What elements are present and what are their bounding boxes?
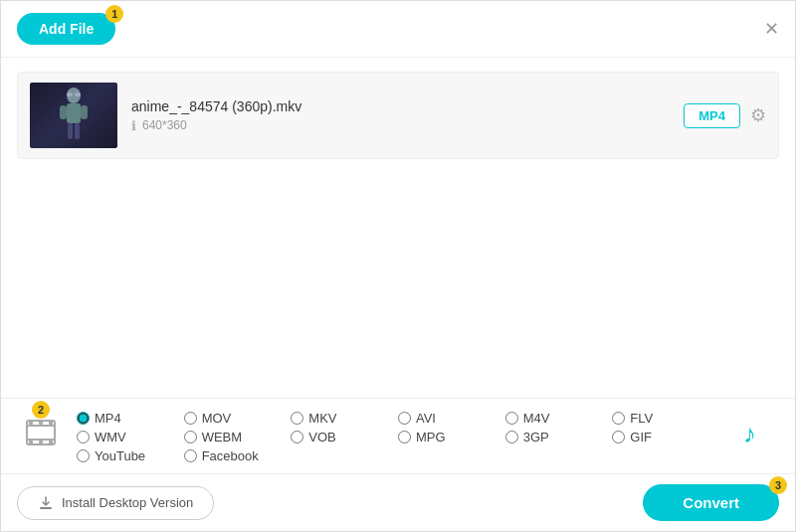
close-icon: ✕ xyxy=(764,19,779,39)
file-name: anime_-_84574 (360p).mkv xyxy=(131,98,684,114)
svg-point-7 xyxy=(75,92,81,96)
close-button[interactable]: ✕ xyxy=(764,20,779,38)
radio-item-gif[interactable]: GIF xyxy=(612,430,719,444)
format-badge-button[interactable]: MP4 xyxy=(684,103,740,128)
format-radio-grid: MP4MOVMKVAVIM4VFLVWMVWEBMVOBMPG3GPGIFYou… xyxy=(77,409,719,463)
radio-label-webm: WEBM xyxy=(202,430,242,444)
file-list: anime_-_84574 (360p).mkv ℹ 640*360 MP4 ⚙ xyxy=(1,58,795,173)
badge-1: 1 xyxy=(105,5,123,23)
file-actions: MP4 ⚙ xyxy=(684,103,766,128)
svg-rect-2 xyxy=(60,105,67,119)
radio-avi[interactable] xyxy=(398,412,411,425)
radio-mpg[interactable] xyxy=(398,431,411,443)
radio-webm[interactable] xyxy=(184,431,197,443)
radio-label-mkv: MKV xyxy=(308,411,336,426)
download-icon xyxy=(38,495,54,511)
radio-label-3gp: 3GP xyxy=(523,430,549,444)
svg-rect-5 xyxy=(75,123,80,139)
radio-label-mpg: MPG xyxy=(416,430,446,444)
radio-gif[interactable] xyxy=(612,431,625,443)
file-resolution: 640*360 xyxy=(142,118,187,132)
format-selector: 2 MP4MOVMKVAVIM4VFLVWMVWEBMVOBMPG3GPGIFY… xyxy=(1,399,795,474)
radio-item-mpg[interactable]: MPG xyxy=(398,430,505,444)
radio-item-wmv[interactable]: WMV xyxy=(77,430,184,444)
radio-item-youtube[interactable]: YouTube xyxy=(77,448,184,463)
radio-label-facebook: Facebook xyxy=(202,448,259,463)
svg-rect-12 xyxy=(39,421,43,425)
radio-item-mkv[interactable]: MKV xyxy=(291,411,398,426)
convert-label: Convert xyxy=(683,494,739,511)
radio-item-flv[interactable]: FLV xyxy=(612,411,719,426)
file-meta: ℹ 640*360 xyxy=(131,118,684,133)
top-bar: Add File 1 ✕ xyxy=(1,1,795,58)
svg-rect-16 xyxy=(49,441,53,444)
radio-label-flv: FLV xyxy=(630,411,653,426)
video-format-icon-button[interactable]: 2 xyxy=(17,409,65,456)
radio-3gp[interactable] xyxy=(505,431,518,443)
music-icon: ♪ xyxy=(739,417,771,448)
action-bar: Install Desktop Version Convert 3 xyxy=(1,474,795,531)
svg-rect-15 xyxy=(39,441,43,444)
radio-m4v[interactable] xyxy=(505,412,518,425)
radio-item-mov[interactable]: MOV xyxy=(184,411,292,426)
file-thumbnail xyxy=(30,83,117,148)
convert-button[interactable]: Convert 3 xyxy=(643,484,779,521)
install-label: Install Desktop Version xyxy=(62,495,193,510)
radio-mkv[interactable] xyxy=(291,412,303,425)
radio-label-mov: MOV xyxy=(202,411,232,426)
radio-youtube[interactable] xyxy=(77,449,90,462)
file-info: anime_-_84574 (360p).mkv ℹ 640*360 xyxy=(131,98,684,133)
radio-item-avi[interactable]: AVI xyxy=(398,411,505,426)
svg-rect-13 xyxy=(49,421,53,425)
svg-rect-1 xyxy=(67,103,81,123)
film-icon xyxy=(23,415,59,450)
install-desktop-button[interactable]: Install Desktop Version xyxy=(17,486,214,520)
radio-item-mp4[interactable]: MP4 xyxy=(77,411,184,426)
radio-label-vob: VOB xyxy=(308,430,335,444)
thumbnail-figure xyxy=(54,88,94,143)
badge-3: 3 xyxy=(769,476,787,494)
radio-label-gif: GIF xyxy=(630,430,652,444)
svg-rect-18 xyxy=(40,507,52,509)
svg-rect-14 xyxy=(29,441,33,444)
radio-vob[interactable] xyxy=(291,431,303,443)
audio-format-icon-button[interactable]: ♪ xyxy=(731,409,779,456)
svg-rect-11 xyxy=(29,421,33,425)
radio-item-m4v[interactable]: M4V xyxy=(505,411,613,426)
add-file-label: Add File xyxy=(39,21,94,37)
svg-rect-4 xyxy=(68,123,73,139)
radio-wmv[interactable] xyxy=(77,431,90,443)
radio-item-vob[interactable]: VOB xyxy=(291,430,398,444)
radio-facebook[interactable] xyxy=(184,449,197,462)
info-icon: ℹ xyxy=(131,118,136,133)
radio-item-facebook[interactable]: Facebook xyxy=(184,448,292,463)
radio-item-webm[interactable]: WEBM xyxy=(184,430,292,444)
radio-label-m4v: M4V xyxy=(523,411,550,426)
radio-mov[interactable] xyxy=(184,412,197,425)
radio-label-mp4: MP4 xyxy=(95,411,121,426)
svg-rect-10 xyxy=(27,439,55,441)
badge-2: 2 xyxy=(32,401,50,419)
file-item: anime_-_84574 (360p).mkv ℹ 640*360 MP4 ⚙ xyxy=(17,72,779,159)
radio-label-wmv: WMV xyxy=(95,430,126,444)
radio-label-youtube: YouTube xyxy=(95,448,145,463)
svg-rect-9 xyxy=(27,425,55,427)
radio-flv[interactable] xyxy=(612,412,625,425)
bottom-panel: 2 MP4MOVMKVAVIM4VFLVWMVWEBMVOBMPG3GPGIFY… xyxy=(1,398,795,531)
settings-button[interactable]: ⚙ xyxy=(750,104,766,126)
svg-point-6 xyxy=(67,92,73,96)
add-file-button[interactable]: Add File 1 xyxy=(17,13,115,45)
svg-text:♪: ♪ xyxy=(743,419,756,448)
radio-mp4[interactable] xyxy=(77,412,90,425)
radio-label-avi: AVI xyxy=(416,411,436,426)
thumbnail-inner xyxy=(30,83,117,148)
svg-rect-3 xyxy=(81,105,88,119)
radio-item-3gp[interactable]: 3GP xyxy=(505,430,613,444)
